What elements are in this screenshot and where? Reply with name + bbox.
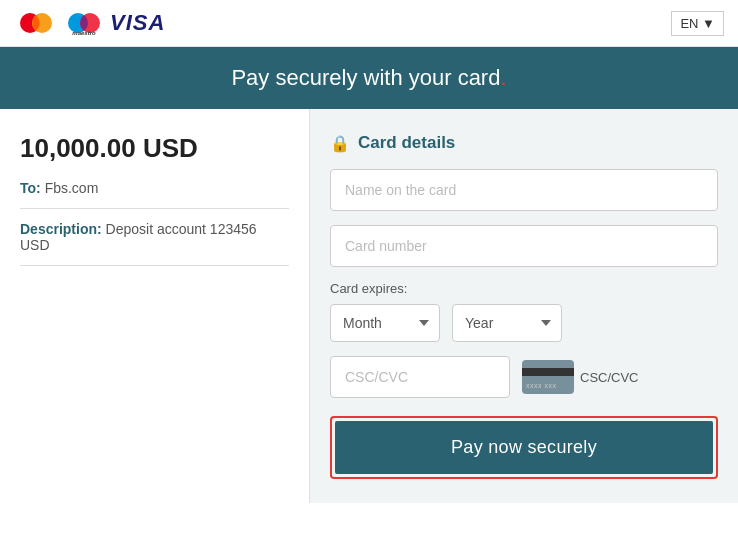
- header-title: Pay securely with your card: [231, 65, 500, 90]
- top-bar: maestro VISA EN ▼: [0, 0, 738, 47]
- red-dot: .: [500, 65, 506, 90]
- svg-text:maestro: maestro: [72, 30, 96, 36]
- visa-logo: VISA: [110, 10, 165, 36]
- to-label: To:: [20, 180, 41, 196]
- name-on-card-input[interactable]: [330, 169, 718, 211]
- header-banner: Pay securely with your card.: [0, 47, 738, 109]
- card-logos: maestro VISA: [14, 8, 165, 38]
- payment-amount: 10,000.00 USD: [20, 133, 289, 164]
- cvc-label: CSC/CVC: [580, 370, 639, 385]
- to-value: Fbs.com: [45, 180, 99, 196]
- pay-button-wrapper: Pay now securely: [330, 416, 718, 479]
- mastercard-logo: [14, 8, 58, 38]
- left-panel: 10,000.00 USD To: Fbs.com Description: D…: [0, 109, 310, 503]
- to-info: To: Fbs.com: [20, 180, 289, 209]
- main-content: 10,000.00 USD To: Fbs.com Description: D…: [0, 109, 738, 503]
- cvc-card-graphic: [522, 360, 574, 394]
- year-select[interactable]: Year 202420252026 202720282029 2030: [452, 304, 562, 342]
- month-select[interactable]: Month 010203 040506 070809 101112: [330, 304, 440, 342]
- card-details-label: Card details: [358, 133, 455, 153]
- cvc-input[interactable]: [330, 356, 510, 398]
- cvc-card-icon: CSC/CVC: [522, 360, 639, 394]
- language-button[interactable]: EN ▼: [671, 11, 724, 36]
- card-details-title: 🔒 Card details: [330, 133, 718, 153]
- pay-now-button[interactable]: Pay now securely: [335, 421, 713, 474]
- right-panel: 🔒 Card details Card expires: Month 01020…: [310, 109, 738, 503]
- cvc-row: CSC/CVC: [330, 356, 718, 398]
- card-number-input[interactable]: [330, 225, 718, 267]
- lock-icon: 🔒: [330, 134, 350, 153]
- description-label: Description:: [20, 221, 102, 237]
- expiry-row: Month 010203 040506 070809 101112 Year 2…: [330, 304, 718, 342]
- description-info: Description: Deposit account 123456 USD: [20, 221, 289, 266]
- maestro-logo: maestro: [62, 8, 106, 38]
- expires-label: Card expires:: [330, 281, 718, 296]
